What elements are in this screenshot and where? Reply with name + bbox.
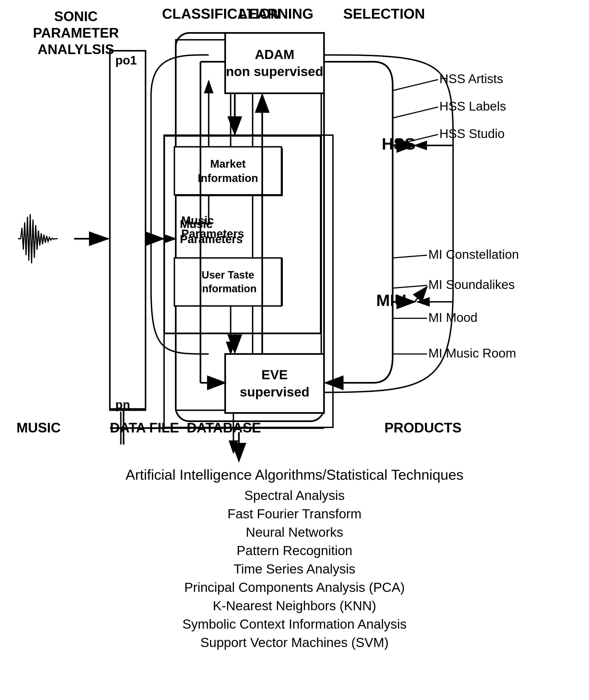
svg-line-50 [393, 285, 427, 288]
data-file-label: DATA FILE [110, 420, 179, 436]
bottom-line3: Fast Fourier Transform [0, 506, 589, 521]
selection-header: SELECTION [343, 5, 425, 22]
mi-constellation-label: MI Constellation [428, 247, 519, 262]
svg-line-46 [393, 80, 438, 90]
po1-label: po1 [115, 53, 137, 67]
bottom-section: Artificial Intelligence Algorithms/Stati… [0, 466, 589, 653]
miu-label: MIU [376, 291, 406, 310]
bottom-line1: Artificial Intelligence Algorithms/Stati… [0, 466, 589, 483]
pn-label: pn [115, 398, 130, 412]
hss-studio-label: HSS Studio [439, 126, 505, 141]
bottom-line10: Support Vector Machines (SVM) [0, 635, 589, 650]
svg-line-49 [393, 255, 427, 258]
bottom-line9: Symbolic Context Information Analysis [0, 617, 589, 632]
adam-text: ADAMnon supervised [225, 33, 324, 93]
bottom-line5: Pattern Recognition [0, 543, 589, 558]
bottom-line4: Neural Networks [0, 524, 589, 540]
bottom-line6: Time Series Analysis [0, 562, 589, 577]
bottom-line8: K-Nearest Neighbors (KNN) [0, 598, 589, 613]
user-taste-text: User TasteInformation [174, 258, 281, 306]
bottom-line7: Principal Components Analysis (PCA) [0, 580, 589, 595]
learning-header: LEARNING [239, 5, 314, 22]
mi-soundalikes-label: MI Soundalikes [428, 277, 515, 292]
waveform-icon [15, 203, 81, 274]
diagram-container: SONIC PARAMETER ANALYLSIS CLASSIFICATION… [0, 0, 589, 700]
svg-line-53 [415, 287, 427, 302]
svg-line-47 [393, 107, 438, 118]
database-label: DATABASE [187, 420, 261, 436]
eve-text: EVEsupervised [225, 354, 324, 413]
bottom-line2: Spectral Analysis [0, 488, 589, 503]
market-info-text: MarketInformation [174, 147, 281, 195]
music-label: MUSIC [16, 420, 61, 436]
mi-mood-label: MI Mood [428, 310, 477, 325]
hss-artists-label: HSS Artists [439, 71, 503, 86]
hss-label: HSS [382, 134, 415, 153]
sonic-header: SONIC PARAMETER ANALYLSIS [33, 8, 119, 58]
svg-rect-15 [110, 51, 146, 410]
mi-music-room-label: MI Music Room [428, 346, 516, 361]
hss-labels-label: HSS Labels [439, 99, 506, 113]
products-label: PRODUCTS [384, 420, 461, 436]
music-params-text: MusicParameters [180, 216, 262, 248]
